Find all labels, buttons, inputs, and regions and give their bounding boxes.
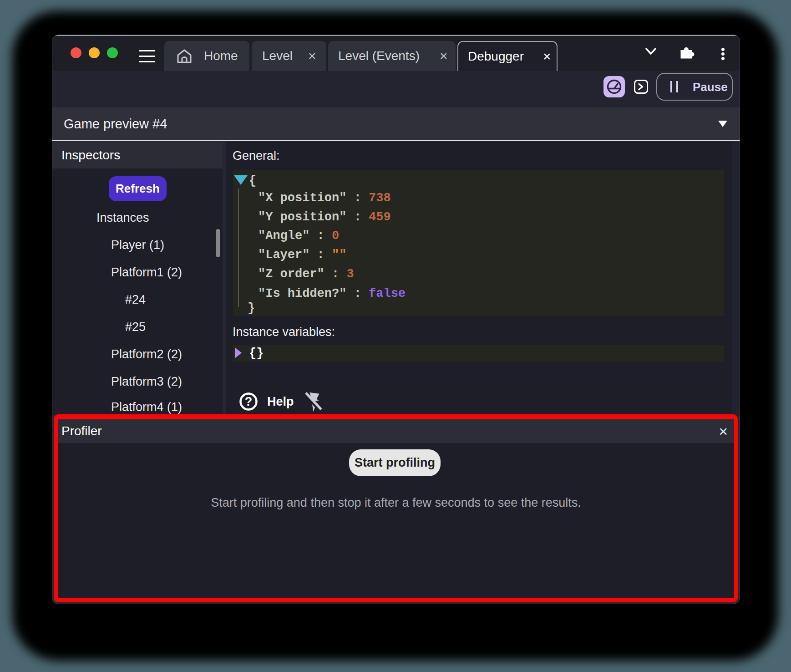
svg-text:?: ? — [245, 395, 253, 408]
